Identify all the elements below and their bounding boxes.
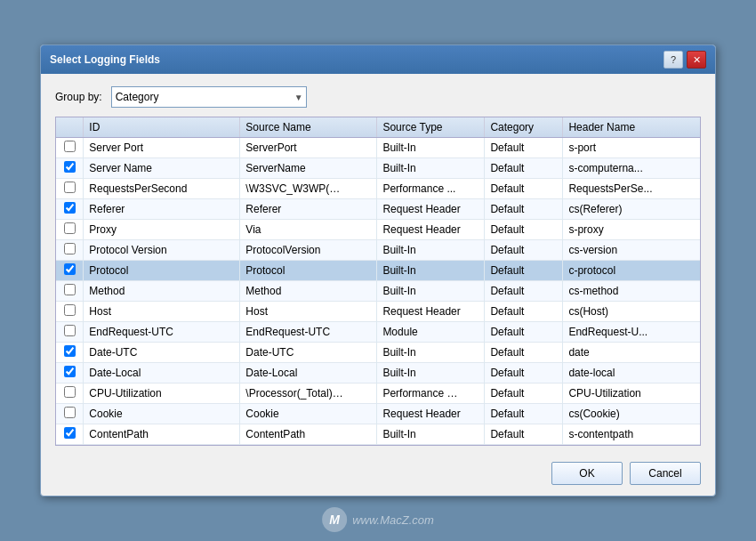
col-header-category[interactable]: Category (485, 117, 563, 138)
row-id: EndRequest-UTC (84, 322, 240, 343)
table-row[interactable]: Server NameServerNameBuilt-InDefaults-co… (56, 158, 700, 179)
row-checkbox[interactable] (64, 284, 76, 295)
row-type: Request Header (377, 302, 485, 322)
table-row[interactable]: MethodMethodBuilt-InDefaultcs-method (56, 281, 700, 302)
row-checkbox[interactable] (64, 263, 76, 275)
table-row[interactable]: Date-LocalDate-LocalBuilt-InDefaultdate-… (56, 363, 700, 384)
row-checkbox[interactable] (64, 141, 76, 152)
row-header: cs(Host) (563, 302, 700, 322)
row-checkbox[interactable] (64, 407, 76, 418)
close-button[interactable]: ✕ (687, 51, 706, 69)
row-checkbox-cell (56, 199, 84, 220)
row-source: ProtocolVersion (240, 240, 377, 261)
row-header: s-port (563, 138, 700, 158)
row-type: Built-In (377, 343, 485, 363)
table-row[interactable]: CPU-Utilization\Processor(_Total)…Perfor… (56, 384, 700, 404)
row-type: Built-In (377, 363, 485, 384)
table-header: ID Source Name Source Type Category Head… (56, 117, 700, 138)
row-header: CPU-Utilization (563, 384, 700, 404)
row-type: Built-In (377, 158, 485, 179)
table-body: Server PortServerPortBuilt-InDefaults-po… (56, 138, 700, 445)
table-row[interactable]: ProxyViaRequest HeaderDefaults-proxy (56, 220, 700, 240)
row-checkbox[interactable] (64, 386, 76, 398)
row-type: Performance ... (377, 179, 485, 199)
row-checkbox-cell (56, 424, 84, 445)
row-id: Host (84, 302, 240, 322)
title-bar-buttons: ? ✕ (664, 51, 706, 69)
row-source: Cookie (240, 404, 377, 424)
row-checkbox[interactable] (64, 202, 76, 214)
row-header: date (563, 343, 700, 363)
row-id: CPU-Utilization (84, 384, 240, 404)
row-id: Protocol Version (84, 240, 240, 261)
table-row[interactable]: CookieCookieRequest HeaderDefaultcs(Cook… (56, 404, 700, 424)
row-category: Default (485, 343, 563, 363)
table-row[interactable]: HostHostRequest HeaderDefaultcs(Host) (56, 302, 700, 322)
row-type: Built-In (377, 261, 485, 281)
watermark: M www.MacZ.com (322, 507, 434, 532)
row-type: Built-In (377, 138, 485, 158)
col-header-type[interactable]: Source Type (377, 117, 485, 138)
row-id: Method (84, 281, 240, 302)
row-category: Default (485, 199, 563, 220)
row-id: Server Name (84, 158, 240, 179)
row-type: Request Header (377, 404, 485, 424)
row-checkbox[interactable] (64, 325, 76, 336)
table-row[interactable]: RefererRefererRequest HeaderDefaultcs(Re… (56, 199, 700, 220)
col-header-id[interactable]: ID (84, 117, 240, 138)
title-bar: Select Logging Fields ? ✕ (41, 45, 715, 74)
row-checkbox[interactable] (64, 304, 76, 316)
row-checkbox[interactable] (64, 345, 76, 357)
row-category: Default (485, 138, 563, 158)
watermark-text: www.MacZ.com (352, 513, 434, 527)
row-checkbox-cell (56, 322, 84, 343)
row-type: Module (377, 322, 485, 343)
col-header-source[interactable]: Source Name (240, 117, 377, 138)
table-scroll-area[interactable]: ID Source Name Source Type Category Head… (56, 117, 700, 445)
table-row[interactable]: ProtocolProtocolBuilt-InDefaultc-protoco… (56, 261, 700, 281)
dialog-footer: OK Cancel (41, 455, 715, 496)
table-row[interactable]: RequestsPerSecond\W3SVC_W3WP(…Performanc… (56, 179, 700, 199)
dialog-body: Group by: CategorySourceHeader Name ▼ ID… (41, 74, 715, 455)
row-header: cs(Referer) (563, 199, 700, 220)
row-checkbox-cell (56, 384, 84, 404)
fields-table-container: ID Source Name Source Type Category Head… (55, 117, 701, 446)
table-row[interactable]: Date-UTCDate-UTCBuilt-InDefaultdate (56, 343, 700, 363)
group-by-select[interactable]: CategorySourceHeader Name (111, 86, 307, 108)
row-category: Default (485, 179, 563, 199)
row-header: cs-method (563, 281, 700, 302)
row-source: Via (240, 220, 377, 240)
row-header: s-computerna... (563, 158, 700, 179)
row-checkbox[interactable] (64, 427, 76, 439)
row-id: RequestsPerSecond (84, 179, 240, 199)
row-checkbox-cell (56, 363, 84, 384)
row-source: ContentPath (240, 424, 377, 445)
row-id: Proxy (84, 220, 240, 240)
row-checkbox[interactable] (64, 161, 76, 173)
row-source: Method (240, 281, 377, 302)
row-checkbox[interactable] (64, 243, 76, 254)
table-row[interactable]: ContentPathContentPathBuilt-InDefaults-c… (56, 424, 700, 445)
table-row[interactable]: EndRequest-UTCEndRequest-UTCModuleDefaul… (56, 322, 700, 343)
row-header: s-proxy (563, 220, 700, 240)
row-checkbox[interactable] (64, 182, 76, 193)
row-source: Protocol (240, 261, 377, 281)
row-source: Date-UTC (240, 343, 377, 363)
row-header: RequestsPerSe... (563, 179, 700, 199)
row-checkbox[interactable] (64, 222, 76, 234)
row-category: Default (485, 261, 563, 281)
row-checkbox[interactable] (64, 366, 76, 377)
ok-button[interactable]: OK (551, 462, 623, 485)
row-checkbox-cell (56, 220, 84, 240)
col-header-headername[interactable]: Header Name (563, 117, 700, 138)
row-type: Built-In (377, 281, 485, 302)
row-source: \W3SVC_W3WP(… (240, 179, 377, 199)
table-row[interactable]: Protocol VersionProtocolVersionBuilt-InD… (56, 240, 700, 261)
table-row[interactable]: Server PortServerPortBuilt-InDefaults-po… (56, 138, 700, 158)
row-checkbox-cell (56, 343, 84, 363)
row-type: Performance … (377, 384, 485, 404)
help-button[interactable]: ? (664, 51, 683, 69)
row-source: ServerName (240, 158, 377, 179)
dialog-title: Select Logging Fields (50, 53, 160, 66)
cancel-button[interactable]: Cancel (630, 462, 701, 485)
